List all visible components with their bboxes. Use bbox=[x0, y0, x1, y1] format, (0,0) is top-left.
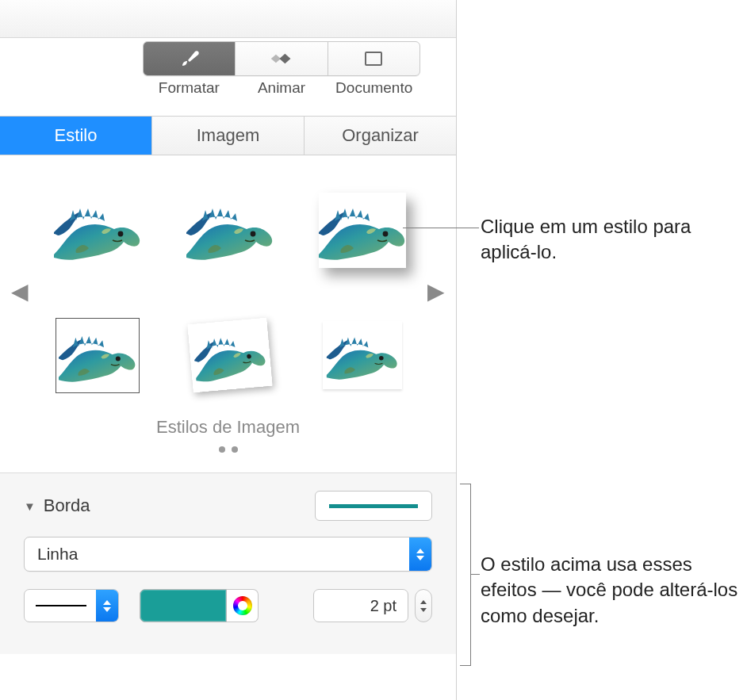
style-thumb-3[interactable] bbox=[319, 193, 406, 268]
style-thumb-5[interactable] bbox=[187, 318, 272, 392]
gallery-prev-icon[interactable]: ◀ bbox=[11, 278, 29, 304]
main-toolbar-segment bbox=[143, 41, 420, 76]
gallery-next-icon[interactable]: ▶ bbox=[427, 278, 445, 304]
style-thumb-4[interactable] bbox=[56, 318, 140, 393]
document-icon bbox=[365, 52, 382, 66]
border-width-stepper[interactable] bbox=[415, 589, 432, 622]
color-wheel-button[interactable] bbox=[227, 589, 259, 622]
animate-button[interactable] bbox=[236, 42, 328, 75]
line-style-preview bbox=[36, 605, 86, 606]
border-preview-swatch[interactable] bbox=[315, 491, 432, 521]
border-color-control bbox=[140, 589, 259, 622]
window-chrome bbox=[0, 0, 456, 38]
gallery-page-dots[interactable] bbox=[0, 444, 456, 455]
callout-bracket bbox=[460, 484, 471, 666]
tab-image[interactable]: Imagem bbox=[152, 117, 305, 155]
document-label: Documento bbox=[328, 79, 420, 97]
tab-arrange[interactable]: Organizar bbox=[305, 117, 456, 155]
disclosure-triangle-icon[interactable]: ▼ bbox=[24, 499, 36, 513]
format-label: Formatar bbox=[143, 79, 236, 97]
inspector-panel: Formatar Animar Documento Estilo Imagem … bbox=[0, 0, 457, 700]
border-type-dropdown[interactable]: Linha bbox=[24, 537, 432, 572]
callout-style-click: Clique em um estilo para aplicá-lo. bbox=[481, 214, 726, 266]
style-thumb-1[interactable] bbox=[54, 193, 141, 268]
border-type-value: Linha bbox=[37, 545, 78, 564]
diamond-icon bbox=[270, 52, 293, 66]
document-button[interactable] bbox=[328, 42, 419, 75]
dropdown-arrows-icon bbox=[409, 537, 431, 571]
callout-leader-line bbox=[403, 228, 479, 228]
dropdown-arrows-icon bbox=[96, 590, 118, 622]
style-gallery-grid bbox=[48, 174, 412, 411]
color-well[interactable] bbox=[140, 589, 227, 622]
border-title: Borda bbox=[44, 495, 315, 516]
toolbar-labels: Formatar Animar Documento bbox=[143, 79, 420, 97]
format-button[interactable] bbox=[144, 42, 236, 75]
tab-style[interactable]: Estilo bbox=[0, 117, 152, 155]
gallery-title: Estilos de Imagem bbox=[0, 417, 456, 438]
border-width-field[interactable]: 2 pt bbox=[313, 589, 408, 622]
color-wheel-icon bbox=[233, 596, 252, 615]
style-gallery: ◀ ▶ Estilos de Imagem bbox=[0, 155, 456, 472]
style-thumb-2[interactable] bbox=[186, 193, 274, 268]
callout-effects-edit: O estilo acima usa esses efeitos — você … bbox=[481, 552, 744, 629]
inspector-subtabs: Estilo Imagem Organizar bbox=[0, 116, 456, 155]
line-style-dropdown[interactable] bbox=[24, 589, 119, 622]
border-section: ▼ Borda Linha 2 pt bbox=[0, 472, 456, 654]
border-width-value: 2 pt bbox=[370, 597, 396, 615]
border-preview-line bbox=[329, 504, 418, 508]
brush-icon bbox=[179, 48, 200, 69]
style-thumb-6[interactable] bbox=[323, 321, 402, 389]
animate-label: Animar bbox=[236, 79, 328, 97]
callout-bracket-stub bbox=[470, 574, 480, 575]
